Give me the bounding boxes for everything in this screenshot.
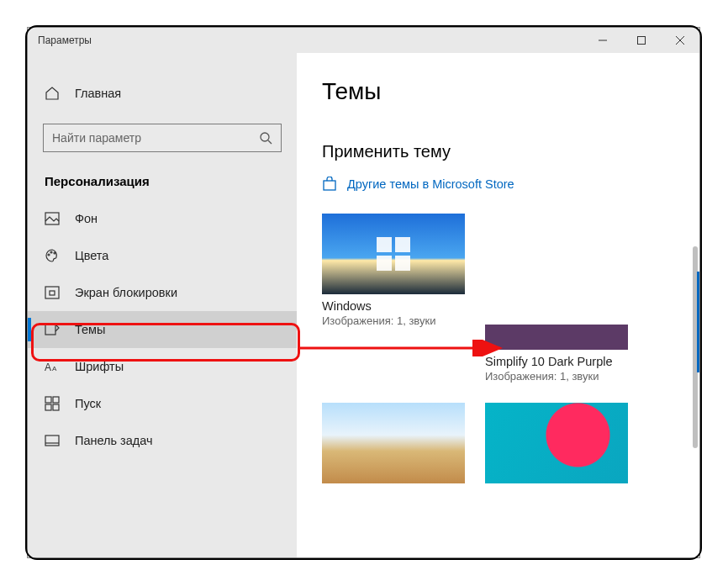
svg-point-8 (50, 251, 52, 253)
palette-icon (45, 248, 60, 263)
svg-point-4 (261, 133, 269, 141)
minimize-button[interactable] (583, 28, 622, 53)
theme-thumb (485, 403, 628, 483)
svg-point-7 (48, 254, 50, 256)
search-placeholder: Найти параметр (52, 131, 259, 145)
fonts-icon: AA (45, 359, 60, 374)
sidebar-section: Персонализация (28, 171, 297, 200)
scroll-indicator (697, 272, 699, 372)
search-input[interactable]: Найти параметр (43, 124, 282, 152)
svg-rect-21 (324, 181, 335, 190)
nav-home[interactable]: Главная (28, 75, 297, 112)
settings-window: Параметры Главная Найти параметр (27, 27, 700, 558)
theme-name: Simplify 10 Dark Purple (485, 355, 628, 368)
sidebar-item-label: Шрифты (75, 360, 124, 373)
svg-rect-18 (53, 404, 59, 410)
svg-rect-12 (45, 325, 55, 335)
svg-text:A: A (45, 362, 51, 373)
sidebar-item-themes[interactable]: Темы (28, 311, 297, 348)
titlebar: Параметры (28, 28, 699, 53)
content-pane: Темы Применить тему Другие темы в Micros… (297, 53, 699, 557)
svg-rect-11 (50, 291, 55, 295)
theme-thumb (322, 403, 465, 483)
sidebar-item-taskbar[interactable]: Панель задач (28, 422, 297, 459)
sidebar-item-colors[interactable]: Цвета (28, 237, 297, 274)
theme-sub: Изображения: 1, звуки (485, 370, 628, 383)
sidebar-item-background[interactable]: Фон (28, 200, 297, 237)
svg-line-5 (268, 140, 272, 144)
sidebar-item-label: Фон (75, 212, 98, 225)
maximize-button[interactable] (622, 28, 661, 53)
sidebar-item-label: Экран блокировки (75, 286, 177, 299)
sidebar-item-fonts[interactable]: AA Шрифты (28, 348, 297, 385)
sidebar-item-label: Цвета (75, 249, 108, 262)
theme-card-4[interactable] (485, 403, 628, 483)
themes-icon (45, 322, 60, 337)
more-themes-label: Другие темы в Microsoft Store (347, 177, 514, 191)
theme-sub: Изображения: 1, звуки (322, 314, 465, 327)
theme-card-simplify10[interactable]: Simplify 10 Dark Purple Изображения: 1, … (485, 214, 628, 383)
lockscreen-icon (45, 285, 60, 300)
page-title: Темы (322, 78, 699, 105)
more-themes-link[interactable]: Другие темы в Microsoft Store (322, 177, 699, 192)
sidebar: Главная Найти параметр Персонализация Фо… (28, 53, 297, 557)
theme-name: Windows (322, 299, 465, 313)
svg-point-9 (54, 252, 55, 254)
sidebar-item-start[interactable]: Пуск (28, 385, 297, 422)
svg-text:A: A (52, 365, 57, 372)
theme-thumb (485, 325, 628, 350)
sidebar-item-label: Темы (75, 323, 106, 336)
theme-grid: Windows Изображения: 1, звуки Simplify 1… (322, 214, 692, 483)
window-title: Параметры (28, 28, 583, 53)
search-icon (259, 131, 272, 145)
sidebar-item-label: Панель задач (75, 434, 153, 447)
nav-home-label: Главная (75, 87, 121, 100)
store-icon (322, 177, 337, 192)
svg-rect-1 (638, 37, 646, 45)
start-icon (45, 396, 60, 411)
svg-rect-19 (45, 436, 59, 446)
svg-rect-15 (45, 397, 51, 403)
svg-rect-16 (53, 397, 59, 403)
svg-rect-17 (45, 404, 51, 410)
close-button[interactable] (661, 28, 699, 53)
taskbar-icon (45, 433, 60, 448)
theme-thumb (322, 214, 465, 294)
home-icon (45, 86, 60, 101)
theme-card-3[interactable] (322, 403, 465, 483)
picture-icon (45, 211, 60, 226)
sidebar-item-label: Пуск (75, 397, 101, 410)
apply-theme-heading: Применить тему (322, 142, 699, 161)
sidebar-item-lockscreen[interactable]: Экран блокировки (28, 274, 297, 311)
theme-card-windows[interactable]: Windows Изображения: 1, звуки (322, 214, 465, 383)
svg-rect-10 (45, 287, 59, 298)
